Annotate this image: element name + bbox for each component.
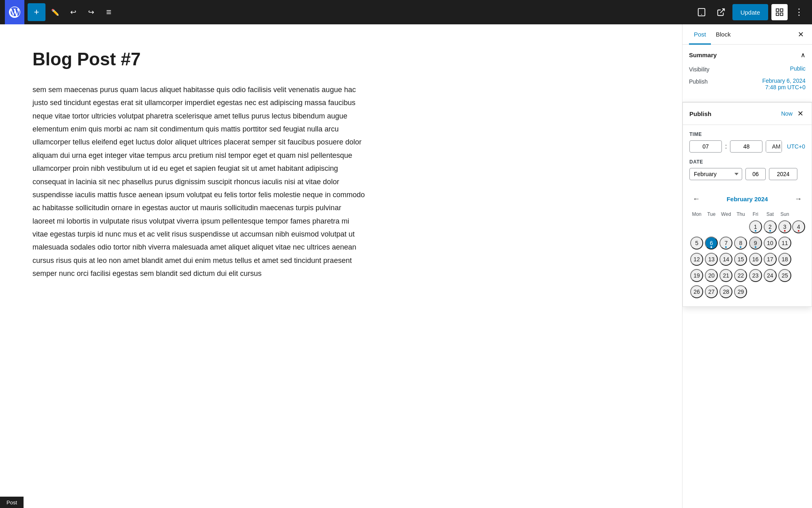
- calendar-cell: 25: [777, 267, 792, 284]
- calendar-day-23[interactable]: 23: [749, 269, 762, 282]
- calendar-cell: 15: [733, 251, 748, 267]
- time-minutes-input[interactable]: [730, 140, 762, 153]
- right-sidebar: Post Block ✕ Summary ∧ Visibility Public…: [682, 24, 812, 508]
- post-content[interactable]: sem sem maecenas purus quam lacus alique…: [32, 83, 365, 280]
- main-layout: Blog Post #7 sem sem maecenas purus quam…: [0, 24, 812, 508]
- calendar-cell: [733, 219, 748, 235]
- visibility-label: Visibility: [689, 65, 709, 73]
- tab-post[interactable]: Post: [689, 24, 711, 45]
- edit-tool-button[interactable]: ✏️: [47, 4, 63, 20]
- day-input[interactable]: [745, 168, 766, 180]
- wp-logo: [5, 0, 24, 24]
- calendar-cell: 28: [719, 284, 733, 300]
- summary-collapse-button[interactable]: ∧: [801, 51, 806, 59]
- calendar-cell: 22: [733, 267, 748, 284]
- am-toggle[interactable]: AM: [766, 141, 782, 152]
- calendar-day-28[interactable]: 28: [719, 285, 732, 298]
- settings-panel-button[interactable]: [771, 4, 788, 20]
- calendar-day-22[interactable]: 22: [734, 269, 747, 282]
- utc-link[interactable]: UTC+0: [787, 143, 805, 150]
- calendar-day-2[interactable]: 2: [764, 220, 777, 233]
- calendar-day-27[interactable]: 27: [705, 285, 718, 298]
- calendar-day-14[interactable]: 14: [719, 253, 732, 266]
- sidebar-close-button[interactable]: ✕: [796, 28, 806, 41]
- calendar-cell: 3: [777, 219, 792, 235]
- calendar-cell: [704, 219, 719, 235]
- editor-area: Blog Post #7 sem sem maecenas purus quam…: [0, 24, 682, 508]
- publish-row: Publish February 6, 2024 7:48 pm UTC+0: [689, 77, 806, 90]
- publish-popover: Publish Now ✕ TIME : AM PM UTC+0: [682, 102, 812, 307]
- calendar-day-1[interactable]: 1: [749, 220, 762, 233]
- month-select[interactable]: January February March April May June Ju…: [689, 168, 742, 180]
- calendar-day-7[interactable]: 7: [719, 237, 732, 250]
- calendar-cell: 12: [689, 251, 704, 267]
- time-hour-input[interactable]: [689, 140, 722, 153]
- summary-section: Summary ∧ Visibility Public Publish Febr…: [682, 45, 812, 102]
- calendar-next-button[interactable]: →: [791, 193, 805, 205]
- calendar-day-12[interactable]: 12: [690, 253, 703, 266]
- toolbar: + ✏️ ↩ ↪ ≡ Update ⋮: [0, 0, 812, 24]
- calendar-cell: [748, 284, 763, 300]
- cal-header-sat: Sat: [763, 210, 777, 219]
- calendar-cell: [719, 219, 733, 235]
- calendar-day-8[interactable]: 8: [734, 237, 747, 250]
- calendar-day-25[interactable]: 25: [778, 269, 791, 282]
- visibility-value[interactable]: Public: [790, 65, 806, 72]
- publish-value[interactable]: February 6, 2024 7:48 pm UTC+0: [762, 77, 806, 90]
- calendar-cell: 16: [748, 251, 763, 267]
- calendar-day-6[interactable]: 6: [705, 237, 718, 250]
- visibility-row: Visibility Public: [689, 65, 806, 73]
- year-input[interactable]: [769, 168, 797, 180]
- calendar-cell: 18: [777, 251, 792, 267]
- calendar-cell: [777, 284, 792, 300]
- undo-button[interactable]: ↩: [65, 4, 81, 20]
- calendar-day-13[interactable]: 13: [705, 253, 718, 266]
- calendar-day-10[interactable]: 10: [764, 237, 777, 250]
- calendar-day-29[interactable]: 29: [734, 285, 747, 298]
- calendar-day-20[interactable]: 20: [705, 269, 718, 282]
- calendar-day-19[interactable]: 19: [690, 269, 703, 282]
- update-button[interactable]: Update: [732, 4, 768, 20]
- tab-block[interactable]: Block: [711, 24, 736, 45]
- calendar-cell: 19: [689, 267, 704, 284]
- now-link[interactable]: Now: [781, 110, 793, 117]
- calendar-cell: 24: [763, 267, 777, 284]
- calendar-cell: 13: [704, 251, 719, 267]
- calendar-day-11[interactable]: 11: [778, 237, 791, 250]
- redo-button[interactable]: ↪: [83, 4, 99, 20]
- calendar-day-3[interactable]: 3: [778, 220, 791, 233]
- am-pm-toggle: AM PM: [766, 140, 782, 153]
- calendar-day-26[interactable]: 26: [690, 285, 703, 298]
- calendar-day-4[interactable]: 4: [792, 220, 805, 233]
- calendar-day-18[interactable]: 18: [778, 253, 791, 266]
- add-block-button[interactable]: +: [28, 3, 45, 21]
- preview-tablet-button[interactable]: [693, 4, 710, 20]
- list-view-button[interactable]: ≡: [101, 4, 117, 20]
- date-row: January February March April May June Ju…: [689, 168, 805, 180]
- post-title[interactable]: Blog Post #7: [32, 49, 650, 70]
- calendar-cell: 4: [792, 219, 805, 235]
- calendar-cell: 29: [733, 284, 748, 300]
- calendar-cell: 27: [704, 284, 719, 300]
- svg-rect-4: [780, 9, 783, 11]
- calendar-day-21[interactable]: 21: [719, 269, 732, 282]
- calendar-day-17[interactable]: 17: [764, 253, 777, 266]
- calendar-day-24[interactable]: 24: [764, 269, 777, 282]
- cal-header-wed: Wed: [719, 210, 733, 219]
- calendar-day-5[interactable]: 5: [690, 237, 703, 250]
- publish-popover-title: Publish: [689, 110, 711, 117]
- publish-label: Publish: [689, 77, 708, 85]
- calendar-grid: Mon Tue Wed Thu Fri Sat Sun 123456789101…: [689, 210, 805, 300]
- svg-rect-3: [776, 9, 779, 11]
- calendar-cell: 17: [763, 251, 777, 267]
- calendar-day-16[interactable]: 16: [749, 253, 762, 266]
- calendar-day-15[interactable]: 15: [734, 253, 747, 266]
- calendar-cell: 21: [719, 267, 733, 284]
- publish-popover-close-button[interactable]: ✕: [796, 108, 805, 119]
- calendar-prev-button[interactable]: ←: [689, 193, 703, 205]
- calendar-day-9[interactable]: 9: [749, 237, 762, 250]
- svg-rect-5: [776, 13, 779, 15]
- view-post-button[interactable]: [713, 4, 729, 20]
- more-options-button[interactable]: ⋮: [791, 4, 807, 20]
- summary-title: Summary: [689, 52, 717, 58]
